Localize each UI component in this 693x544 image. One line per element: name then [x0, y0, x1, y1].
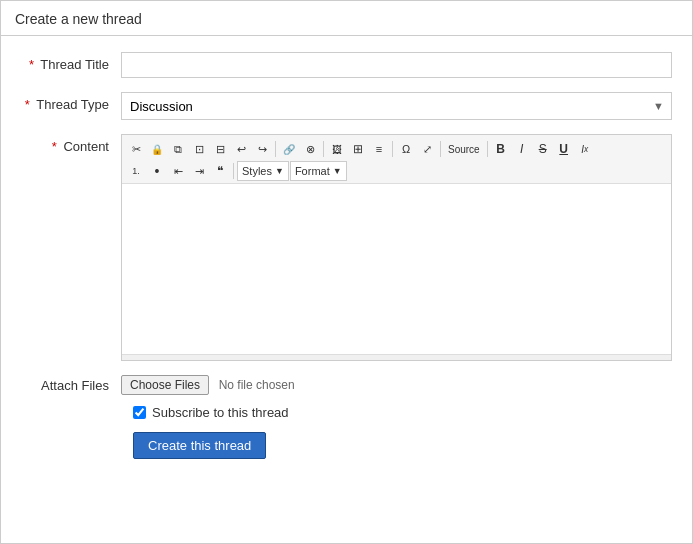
page-container: Create a new thread * Thread Title * Thr…	[0, 0, 693, 544]
content-field: ✂ 🔒 ⧉ ⊡ ⊟ ↩ ↪ 🔗 ⊗ 🖼 ⊞	[121, 134, 672, 361]
copy-button[interactable]: ⧉	[168, 139, 188, 159]
redo-button[interactable]: ↪	[252, 139, 272, 159]
thread-type-row: * Thread Type Discussion Question Announ…	[21, 92, 672, 120]
format-dropdown[interactable]: Format ▼	[290, 161, 347, 181]
no-file-chosen-text: No file chosen	[219, 378, 295, 392]
editor-toolbar: ✂ 🔒 ⧉ ⊡ ⊟ ↩ ↪ 🔗 ⊗ 🖼 ⊞	[122, 135, 671, 184]
subscribe-row: Subscribe to this thread	[133, 405, 672, 420]
attach-files-field: Choose Files No file chosen	[121, 375, 295, 395]
source-button[interactable]: Source	[444, 139, 484, 159]
attach-files-row: Attach Files Choose Files No file chosen	[21, 375, 672, 395]
thread-type-select-wrapper: Discussion Question Announcement Sticky …	[121, 92, 672, 120]
toolbar-row-1: ✂ 🔒 ⧉ ⊡ ⊟ ↩ ↪ 🔗 ⊗ 🖼 ⊞	[126, 139, 667, 159]
required-star-content: *	[52, 139, 57, 154]
styles-dropdown-arrow: ▼	[275, 166, 284, 176]
outdent-button[interactable]: ⇤	[168, 161, 188, 181]
strikethrough-button[interactable]: S	[533, 139, 553, 159]
special-char-button[interactable]: Ω	[396, 139, 416, 159]
separator-6	[233, 163, 234, 179]
italic-button[interactable]: I	[512, 139, 532, 159]
content-label: * Content	[21, 134, 121, 154]
page-title: Create a new thread	[1, 1, 692, 36]
thread-title-row: * Thread Title	[21, 52, 672, 78]
required-star: *	[29, 57, 34, 72]
indent-button[interactable]: ⇥	[189, 161, 209, 181]
subscribe-checkbox[interactable]	[133, 406, 146, 419]
subscribe-label[interactable]: Subscribe to this thread	[152, 405, 289, 420]
undo-button[interactable]: ↩	[231, 139, 251, 159]
toolbar-row-2: 1. • ⇤ ⇥ ❝ Styles ▼ Format	[126, 161, 667, 181]
thread-title-field	[121, 52, 672, 78]
styles-dropdown-label: Styles	[242, 165, 272, 177]
attach-files-label: Attach Files	[21, 378, 121, 393]
required-star-type: *	[25, 97, 30, 112]
underline-button[interactable]: U	[554, 139, 574, 159]
separator-5	[487, 141, 488, 157]
create-thread-button[interactable]: Create this thread	[133, 432, 266, 459]
bold-button[interactable]: B	[491, 139, 511, 159]
separator-4	[440, 141, 441, 157]
thread-title-input[interactable]	[121, 52, 672, 78]
fullscreen-button[interactable]: ⤢	[417, 139, 437, 159]
content-row: * Content ✂ 🔒 ⧉ ⊡ ⊟ ↩ ↪	[21, 134, 672, 361]
unordered-list-button[interactable]: •	[147, 161, 167, 181]
image-button[interactable]: 🖼	[327, 139, 347, 159]
blockquote-button[interactable]: ❝	[210, 161, 230, 181]
paste-text-button[interactable]: ⊟	[210, 139, 230, 159]
unlink-button[interactable]: ⊗	[300, 139, 320, 159]
lock-button[interactable]: 🔒	[147, 139, 167, 159]
submit-row: Create this thread	[133, 432, 672, 459]
clear-format-button[interactable]: Ix	[575, 139, 595, 159]
list-opts-button[interactable]: ≡	[369, 139, 389, 159]
thread-type-field: Discussion Question Announcement Sticky …	[121, 92, 672, 120]
thread-type-label: * Thread Type	[21, 92, 121, 112]
editor-resize-handle[interactable]	[122, 354, 671, 360]
choose-files-button[interactable]: Choose Files	[121, 375, 209, 395]
separator-1	[275, 141, 276, 157]
form-body: * Thread Title * Thread Type Discussion …	[1, 36, 692, 475]
separator-3	[392, 141, 393, 157]
format-dropdown-label: Format	[295, 165, 330, 177]
separator-2	[323, 141, 324, 157]
thread-title-label: * Thread Title	[21, 52, 121, 72]
format-dropdown-arrow: ▼	[333, 166, 342, 176]
link-button[interactable]: 🔗	[279, 139, 299, 159]
paste-button[interactable]: ⊡	[189, 139, 209, 159]
thread-type-select[interactable]: Discussion Question Announcement Sticky	[121, 92, 672, 120]
editor-content-area[interactable]	[122, 184, 671, 354]
styles-dropdown[interactable]: Styles ▼	[237, 161, 289, 181]
content-editor: ✂ 🔒 ⧉ ⊡ ⊟ ↩ ↪ 🔗 ⊗ 🖼 ⊞	[121, 134, 672, 361]
ordered-list-button[interactable]: 1.	[126, 161, 146, 181]
cut-button[interactable]: ✂	[126, 139, 146, 159]
table-button[interactable]: ⊞	[348, 139, 368, 159]
